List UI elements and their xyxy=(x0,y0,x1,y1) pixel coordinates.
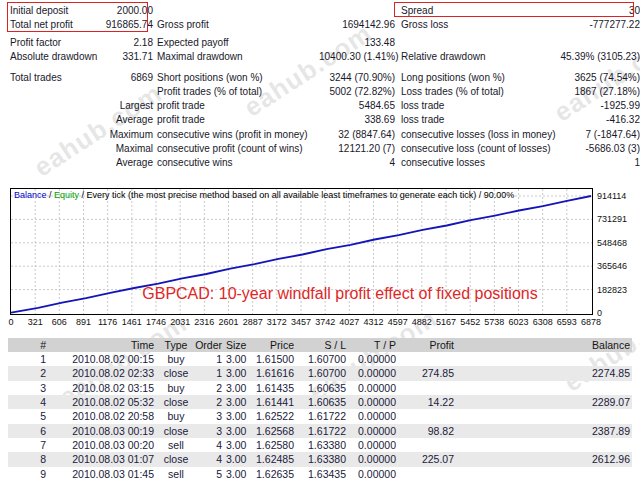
summary-value: -777277.22 xyxy=(557,18,640,32)
summary-label: Total trades xyxy=(10,71,105,85)
summary-value: 338.69 xyxy=(319,113,395,127)
trade-cell: 1.61500 xyxy=(250,352,298,366)
summary-value: Maximal xyxy=(105,142,153,156)
summary-row: Total trades6869Short positions (won %)3… xyxy=(10,71,640,85)
summary-value: 12121.20 (7) xyxy=(319,142,395,156)
summary-label: consecutive losses (loss in money) xyxy=(395,128,557,142)
summary-value: Largest xyxy=(105,99,153,113)
trade-row[interactable]: 12010.08.02 00:15buy13.001.615001.607000… xyxy=(8,352,632,366)
summary-value: Maximum xyxy=(105,128,153,142)
trade-cell: 0.00000 xyxy=(350,366,400,380)
trades-column-header: S / L xyxy=(298,338,350,352)
trade-cell: 1.61722 xyxy=(298,424,350,438)
summary-label: Expected payoff xyxy=(153,36,319,50)
trade-cell: 0.00000 xyxy=(350,409,400,423)
trade-cell: sell xyxy=(158,438,194,452)
trade-cell: 5 xyxy=(194,467,226,480)
trade-cell: 3.00 xyxy=(226,395,250,409)
summary-value xyxy=(105,85,153,99)
trade-cell: close xyxy=(158,366,194,380)
trade-cell: 2010.08.03 00:20 xyxy=(48,438,158,452)
trade-cell: 2010.08.02 20:58 xyxy=(48,409,158,423)
trade-row[interactable]: 62010.08.03 00:19close33.001.625681.6172… xyxy=(8,424,632,438)
summary-row: Largestprofit trade5484.65loss trade-192… xyxy=(10,99,640,113)
summary-label: consecutive profit (count of wins) xyxy=(153,142,319,156)
x-axis-tick-label: 6878 xyxy=(577,317,605,327)
trade-cell: 1.60700 xyxy=(298,352,350,366)
trade-cell: 8 xyxy=(8,452,48,466)
summary-row: Maximalconsecutive profit (count of wins… xyxy=(10,142,640,156)
trade-row[interactable]: 52010.08.02 20:58buy33.001.625221.617220… xyxy=(8,409,632,423)
trade-cell xyxy=(400,409,458,423)
summary-label: consecutive wins (profit in money) xyxy=(153,128,319,142)
trade-row[interactable]: 72010.08.03 00:20sell43.001.625801.63380… xyxy=(8,438,632,452)
summary-label xyxy=(153,4,319,18)
summary-label: Profit factor xyxy=(10,36,105,50)
trades-column-header: Order xyxy=(194,338,226,352)
summary-label xyxy=(10,128,105,142)
summary-label: consecutive loss (count of losses) xyxy=(395,142,557,156)
trade-cell: 0.00000 xyxy=(350,467,400,480)
trades-column-header: Balance xyxy=(458,338,632,352)
trades-table-body: 12010.08.02 00:15buy13.001.615001.607000… xyxy=(8,352,632,480)
trade-cell: 0.00000 xyxy=(350,352,400,366)
trade-cell: 1.63380 xyxy=(298,438,350,452)
trade-row[interactable]: 92010.08.03 01:45sell53.001.626351.63435… xyxy=(8,467,632,480)
trade-cell xyxy=(400,467,458,480)
trade-cell: 2010.08.03 00:19 xyxy=(48,424,158,438)
trade-cell: 4 xyxy=(194,452,226,466)
summary-value xyxy=(557,36,640,50)
trade-row[interactable]: 82010.08.03 01:07close43.001.624851.6338… xyxy=(8,452,632,466)
summary-label xyxy=(10,142,105,156)
summary-value: 2.18 xyxy=(105,36,153,50)
legend-balance-label: Balance xyxy=(14,190,47,200)
trade-cell: 1.62580 xyxy=(250,438,298,452)
summary-value: 4 xyxy=(319,156,395,170)
summary-value: 1694142.96 xyxy=(319,18,395,32)
trade-cell xyxy=(458,381,632,395)
summary-value: 7 (-1847.64) xyxy=(557,128,640,142)
summary-row: Maximumconsecutive wins (profit in money… xyxy=(10,128,640,142)
summary-label: profit trade xyxy=(153,99,319,113)
trade-cell: 2010.08.02 00:15 xyxy=(48,352,158,366)
summary-value: 5484.65 xyxy=(319,99,395,113)
trade-cell: 1.62485 xyxy=(250,452,298,466)
trades-column-header: # xyxy=(8,338,48,352)
trade-cell: 274.85 xyxy=(400,366,458,380)
summary-value: -1925.99 xyxy=(557,99,640,113)
trade-cell: close xyxy=(158,452,194,466)
summary-value xyxy=(319,4,395,18)
trade-cell: 4 xyxy=(194,438,226,452)
trade-cell: 0.00000 xyxy=(350,452,400,466)
summary-value: 133.48 xyxy=(319,36,395,50)
trade-cell: 1.60700 xyxy=(298,366,350,380)
trade-cell: 2 xyxy=(194,395,226,409)
summary-label: Long positions (won %) xyxy=(395,71,557,85)
summary-value: 1867 (27.18%) xyxy=(557,85,640,99)
summary-label: Absolute drawdown xyxy=(10,50,105,64)
summary-label: Loss trades (% of total) xyxy=(395,85,557,99)
trade-cell: 0.00000 xyxy=(350,424,400,438)
summary-value: 3244 (70.90%) xyxy=(319,71,395,85)
trade-row[interactable]: 42010.08.02 05:32close23.001.614411.6063… xyxy=(8,395,632,409)
summary-value: -5686.03 (3) xyxy=(557,142,640,156)
trade-row[interactable]: 22010.08.02 02:33close13.001.616161.6070… xyxy=(8,366,632,380)
trade-cell xyxy=(400,352,458,366)
summary-label: profit trade xyxy=(153,113,319,127)
summary-label: Maximal drawdown xyxy=(153,50,319,64)
trade-cell xyxy=(400,438,458,452)
summary-label: Gross profit xyxy=(153,18,319,32)
summary-label: consecutive wins xyxy=(153,156,319,170)
trade-cell: 3 xyxy=(8,381,48,395)
trade-cell: 3.00 xyxy=(226,424,250,438)
trade-cell: 1.62522 xyxy=(250,409,298,423)
trade-cell: buy xyxy=(158,381,194,395)
trade-cell: 1 xyxy=(8,352,48,366)
trade-cell: 225.07 xyxy=(400,452,458,466)
trade-row[interactable]: 32010.08.02 03:15buy23.001.614351.606350… xyxy=(8,381,632,395)
trade-cell: buy xyxy=(158,409,194,423)
trade-cell: 1 xyxy=(194,352,226,366)
summary-row: Averageprofit trade338.69loss trade-416.… xyxy=(10,113,640,127)
summary-label xyxy=(10,99,105,113)
trade-cell xyxy=(458,467,632,480)
